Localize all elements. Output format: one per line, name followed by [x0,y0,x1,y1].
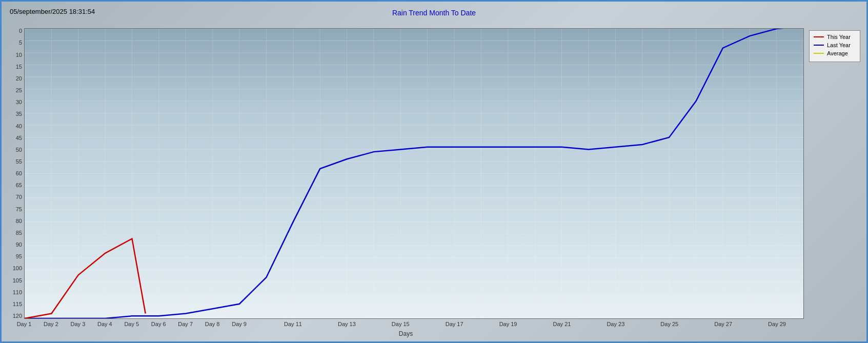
y-label: 35 [8,111,24,117]
x-label: Day 25 [660,321,678,327]
chart-title: Rain Trend Month To Date [8,9,860,17]
chart-area: 1201151101051009590858075706560555045403… [8,28,860,339]
x-label: Day 2 [44,321,58,327]
x-label: Day 23 [607,321,624,327]
x-label: Day 6 [151,321,166,327]
y-label: 30 [8,99,24,105]
y-label: 115 [8,301,24,307]
y-label: 45 [8,135,24,141]
x-label: Day 19 [499,321,517,327]
y-label: 0 [8,28,24,34]
x-label: Day 13 [338,321,356,327]
x-label: Day 7 [178,321,193,327]
x-label: Day 15 [392,321,410,327]
x-label: Day 5 [124,321,139,327]
y-label: 100 [8,266,24,271]
x-label: Day 3 [71,321,86,327]
y-label: 90 [8,242,24,248]
chart-wrapper: 1201151101051009590858075706560555045403… [8,28,804,339]
legend-line-this-year [814,36,824,37]
legend-item-last-year: Last Year [814,42,856,48]
y-label: 10 [8,52,24,58]
x-axis-title: Days [399,330,413,337]
x-label: Day 9 [232,321,247,327]
y-label: 50 [8,147,24,153]
legend-label-average: Average [827,50,848,56]
outer-container: 05/september/2025 18:31:54 Rain Trend Mo… [0,0,868,343]
legend-label-this-year: This Year [827,34,851,40]
timestamp: 05/september/2025 18:31:54 [10,8,95,15]
legend-line-last-year [814,45,824,46]
y-label: 120 [8,313,24,319]
chart-box [24,28,804,319]
y-label: 15 [8,64,24,70]
legend-item-average: Average [814,50,856,56]
y-label: 105 [8,278,24,284]
y-label: 40 [8,124,24,129]
y-label: 65 [8,183,24,188]
y-label: 75 [8,207,24,212]
y-label: 110 [8,290,24,295]
legend-box: This Year Last Year Average [809,30,860,62]
x-label: Day 17 [446,321,463,327]
y-label: 5 [8,40,24,46]
y-axis-labels: 1201151101051009590858075706560555045403… [8,28,24,319]
legend-label-last-year: Last Year [827,42,851,48]
x-label: Day 11 [284,321,302,327]
x-label: Day 1 [17,321,32,327]
x-label: Day 27 [714,321,732,327]
y-label: 25 [8,88,24,93]
y-label: 20 [8,76,24,82]
inner-container: 05/september/2025 18:31:54 Rain Trend Mo… [4,4,864,339]
y-label: 60 [8,171,24,176]
chart-svg [25,29,803,318]
y-label: 80 [8,218,24,224]
y-label: 85 [8,230,24,236]
y-label: 55 [8,159,24,165]
legend-item-this-year: This Year [814,34,856,40]
y-label: 70 [8,194,24,200]
x-label: Day 4 [97,321,112,327]
x-axis-area: Day 1Day 2Day 3Day 4Day 5Day 6Day 7Day 8… [24,319,804,339]
legend-line-average [814,53,824,54]
y-label: 95 [8,254,24,259]
x-label: Day 8 [205,321,220,327]
x-label: Day 21 [553,321,571,327]
x-label: Day 29 [768,321,786,327]
